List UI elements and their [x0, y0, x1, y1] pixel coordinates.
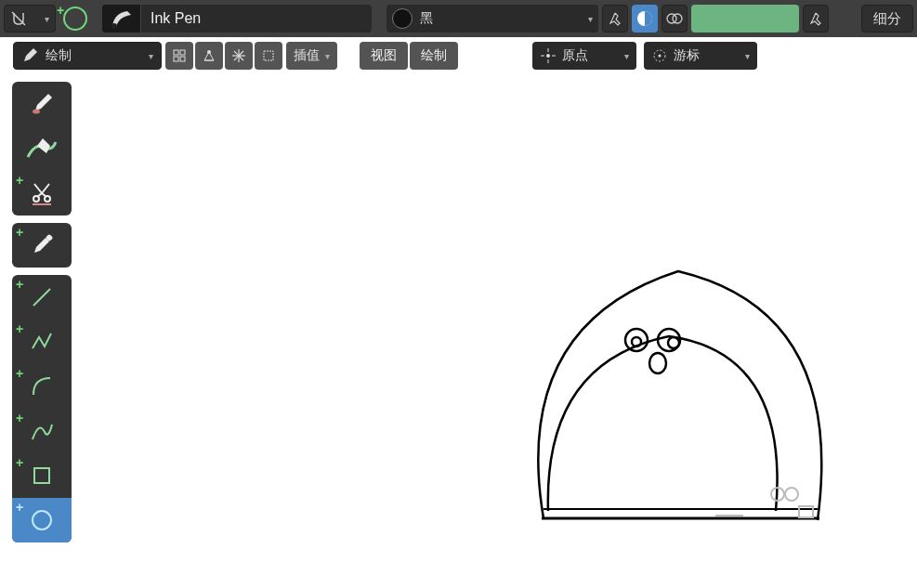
plus-icon: + [16, 277, 23, 292]
svg-line-13 [209, 52, 214, 60]
cursor-icon [651, 47, 668, 64]
plus-icon: + [16, 225, 23, 240]
snap-dropdown[interactable]: ▾ [4, 5, 56, 33]
view-menus: 视图 绘制 [360, 42, 458, 70]
mode-label: 绘制 [46, 47, 72, 64]
svg-point-2 [111, 23, 117, 29]
tool-circle[interactable]: + [12, 498, 72, 542]
tool-cutter[interactable]: + [12, 171, 72, 216]
canvas-drawing [74, 74, 917, 588]
detail-dropdown[interactable]: 细分 [861, 5, 913, 33]
plus-icon: + [16, 366, 23, 381]
magnet-icon [10, 10, 27, 27]
tool-draw[interactable] [12, 82, 72, 126]
svg-point-35 [33, 511, 51, 529]
chevron-down-icon: ▾ [149, 51, 153, 61]
circle-icon [28, 506, 56, 534]
svg-line-12 [204, 52, 209, 60]
snap-group [165, 42, 282, 70]
menu-draw[interactable]: 绘制 [410, 42, 458, 70]
drawing-canvas[interactable] [74, 74, 917, 588]
plus-icon: + [16, 500, 23, 515]
pencil-icon [21, 47, 38, 64]
chevron-down-icon: ▾ [45, 14, 49, 24]
svg-point-41 [668, 337, 679, 348]
material-swatch-icon [392, 8, 413, 29]
plus-icon: + [16, 411, 23, 425]
left-toolbar: + + + + + [12, 82, 72, 550]
svg-rect-18 [264, 51, 273, 60]
brush-selector[interactable]: Ink Pen [102, 5, 372, 33]
line-icon [28, 283, 56, 311]
snap-vertex-button[interactable] [195, 42, 223, 70]
tool-arc[interactable]: + [12, 364, 72, 409]
sphere-icon [635, 9, 654, 28]
material-name: 黑 [420, 10, 433, 27]
chevron-down-icon: ▾ [745, 51, 750, 61]
guide-dropdown[interactable]: 游标 ▾ [644, 42, 757, 70]
svg-rect-34 [34, 468, 49, 483]
draw-brush-icon [28, 90, 56, 118]
vertex-icon [201, 47, 217, 64]
burst-icon [230, 47, 247, 64]
svg-rect-8 [174, 57, 178, 61]
brush-name-field: Ink Pen [141, 10, 372, 27]
tool-line[interactable]: + [12, 275, 72, 320]
grid-icon [171, 47, 188, 64]
origin-icon [540, 47, 557, 64]
plus-icon: + [16, 321, 23, 336]
stroke-placement-dropdown[interactable]: 原点 ▾ [532, 42, 636, 70]
pivot-controls: 原点 ▾ 游标 ▾ [532, 42, 757, 70]
pin-icon [608, 11, 622, 26]
chevron-down-icon: ▾ [624, 51, 629, 61]
svg-point-19 [546, 54, 550, 58]
svg-point-26 [33, 110, 40, 114]
tool-curve[interactable]: + [12, 409, 72, 453]
plus-icon: + [16, 173, 23, 188]
box-icon [28, 462, 56, 490]
detail-label: 细分 [873, 10, 901, 28]
interpolate-dropdown[interactable]: 插值 ▾ [286, 42, 337, 70]
top-header: ▾ + Ink Pen 黑 ▾ [0, 0, 917, 37]
chevron-down-icon: ▾ [588, 14, 593, 24]
interpolate-label: 插值 [294, 47, 320, 64]
menu-view[interactable]: 视图 [360, 42, 408, 70]
snap-face-button[interactable] [255, 42, 282, 70]
stroke-placement-label: 原点 [562, 47, 588, 64]
pin-icon [808, 11, 823, 26]
tool-fill[interactable] [12, 126, 72, 171]
overlays-button[interactable] [662, 5, 688, 33]
plus-icon: + [16, 455, 23, 470]
mode-dropdown[interactable]: 绘制 ▾ [13, 42, 162, 70]
fill-icon [26, 137, 58, 161]
overlays-icon [666, 10, 683, 27]
layer-color-bar[interactable] [691, 5, 799, 33]
pin-material-button[interactable] [602, 5, 628, 33]
tool-polyline[interactable]: + [12, 320, 72, 364]
eyedropper-icon [29, 232, 55, 258]
brush-thumb-icon [102, 5, 141, 33]
pin-button-2[interactable] [803, 5, 829, 33]
brush-preview[interactable]: + [59, 5, 87, 33]
svg-point-5 [673, 14, 682, 23]
svg-rect-9 [180, 57, 185, 61]
svg-point-1 [64, 7, 86, 30]
snap-edge-button[interactable] [225, 42, 253, 70]
arc-icon [28, 372, 56, 400]
svg-rect-6 [174, 50, 178, 55]
shading-mode-button[interactable] [632, 5, 658, 33]
plus-icon: + [57, 3, 64, 18]
snap-grid-button[interactable] [165, 42, 193, 70]
guide-label: 游标 [674, 47, 700, 64]
svg-rect-7 [180, 50, 185, 55]
chevron-down-icon: ▾ [325, 51, 330, 61]
secondary-toolbar: 绘制 ▾ 插值 ▾ 视图 绘制 [13, 42, 458, 70]
polyline-icon [28, 328, 56, 356]
tool-eyedropper[interactable]: + [12, 223, 72, 268]
svg-rect-45 [799, 506, 813, 517]
svg-line-33 [33, 289, 50, 306]
tool-box[interactable]: + [12, 453, 72, 498]
svg-point-44 [785, 488, 798, 501]
svg-point-25 [659, 55, 662, 58]
material-selector[interactable]: 黑 ▾ [386, 5, 598, 33]
